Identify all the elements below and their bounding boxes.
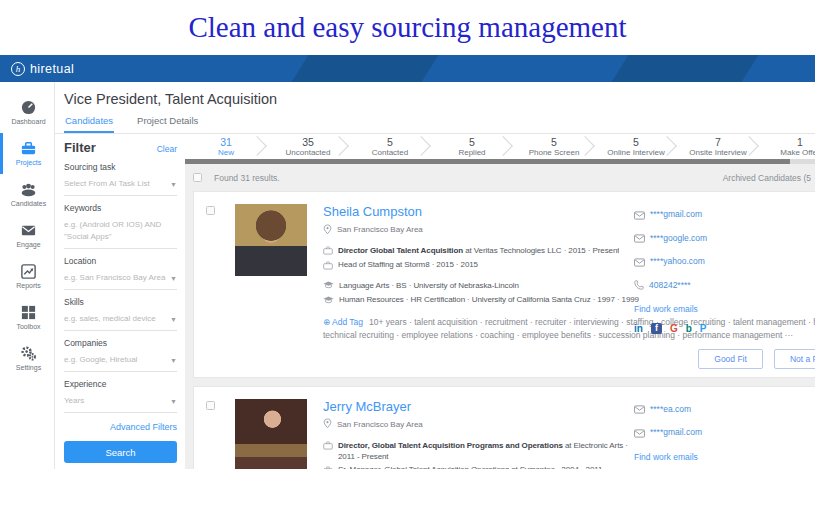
stage-count: 1 — [759, 136, 815, 148]
sidebar-item-toolbox[interactable]: Toolbox — [0, 297, 54, 338]
location-select[interactable]: e.g. San Francisco Bay Area ▼ — [64, 266, 177, 290]
chevron-down-icon: ▼ — [170, 275, 177, 282]
tab-candidates[interactable]: Candidates — [64, 111, 114, 133]
stage-count: 5 — [349, 136, 431, 148]
headline-text: Clean and easy sourcing management — [188, 11, 626, 44]
linkedin-icon[interactable]: in — [634, 324, 643, 334]
sourcing-task-select[interactable]: Select From AI Task List ▼ — [64, 172, 177, 196]
skills-select[interactable]: e.g. sales, medical device ▼ — [64, 307, 177, 331]
found-results-text: Found 31 results. — [214, 173, 280, 183]
education-line: Human Resources · HR Certification · Uni… — [339, 295, 639, 304]
email-link[interactable]: ****ea.com — [650, 404, 691, 414]
stage-label: Online Interview — [595, 148, 677, 157]
chevron-down-icon: ▼ — [170, 398, 177, 405]
stage-count: 31 — [185, 136, 267, 148]
pipeline-stage-replied[interactable]: 5 Replied — [431, 134, 513, 159]
envelope-icon — [634, 229, 645, 247]
stage-label: Make Offer — [759, 148, 815, 157]
location-pin-icon — [323, 418, 332, 431]
brand-name: hiretual — [30, 62, 74, 76]
companies-select[interactable]: e.g. Google, Hiretual ▼ — [64, 348, 177, 372]
sidebar-item-reports[interactable]: Reports — [0, 256, 54, 297]
pipeline-stage-phone-screen[interactable]: 5 Phone Screen — [513, 134, 595, 159]
envelope-icon — [20, 222, 37, 239]
email-link[interactable]: ****gmail.com — [650, 209, 702, 219]
google-icon[interactable]: G — [670, 324, 678, 334]
email-link[interactable]: ****gmail.com — [650, 427, 702, 437]
sidebar-item-label: Projects — [16, 159, 41, 166]
search-button[interactable]: Search — [64, 441, 177, 463]
find-work-emails-link[interactable]: Find work emails — [634, 304, 815, 314]
briefcase-icon — [323, 441, 333, 452]
hiretual-logo[interactable]: h hiretual — [11, 62, 74, 76]
pipeline-stage-contacted[interactable]: 5 Contacted — [349, 134, 431, 159]
stage-label: Contacted — [349, 148, 431, 157]
stage-label: Phone Screen — [513, 148, 595, 157]
stage-count: 5 — [431, 136, 513, 148]
filter-field-companies: Companies e.g. Google, Hiretual ▼ — [64, 338, 177, 372]
facebook-icon[interactable]: f — [651, 323, 662, 334]
sidebar-item-label: Engage — [16, 241, 40, 248]
advanced-filters-link[interactable]: Advanced Filters — [110, 422, 177, 432]
location-pin-icon — [323, 224, 332, 237]
select-all-checkbox[interactable] — [193, 173, 202, 182]
pipeline-stage-onsite-interview[interactable]: 7 Onsite Interview — [677, 134, 759, 159]
contact-info: ****gmail.com ****google.com ****yahoo.c… — [634, 205, 815, 334]
chevron-down-icon: ▼ — [170, 316, 177, 323]
select-placeholder: e.g. Google, Hiretual — [64, 354, 137, 366]
results-header: Found 31 results. Archived Candidates (5 — [185, 164, 815, 191]
field-label: Sourcing task — [64, 162, 177, 172]
select-placeholder: Select From AI Task List — [64, 178, 150, 190]
envelope-icon — [634, 253, 645, 271]
email-link[interactable]: ****google.com — [650, 233, 707, 243]
find-work-emails-link[interactable]: Find work emails — [634, 452, 815, 462]
phone-link[interactable]: 408242**** — [649, 280, 691, 290]
experience-select[interactable]: Years ▼ — [64, 389, 177, 413]
filter-field-sourcing-task: Sourcing task Select From AI Task List ▼ — [64, 162, 177, 196]
clear-filters-link[interactable]: Clear — [157, 144, 177, 154]
not-a-fit-button[interactable]: Not a Fit — [774, 349, 815, 369]
candidate-card: Sheila Cumpston San Francisco Bay Area — [193, 191, 815, 378]
candidate-photo[interactable] — [235, 399, 307, 470]
good-fit-button[interactable]: Good Fit — [698, 349, 763, 369]
select-placeholder: e.g. sales, medical device — [64, 313, 156, 325]
email-link[interactable]: ****yahoo.com — [650, 256, 705, 266]
pipeline-stage-new[interactable]: 31 New — [185, 134, 267, 159]
sidebar-item-candidates[interactable]: Candidates — [0, 174, 54, 215]
graduation-cap-icon — [323, 281, 334, 292]
sidebar-item-engage[interactable]: Engage — [0, 215, 54, 256]
pipeline-stage-make-offer[interactable]: 1 Make Offer — [759, 134, 815, 159]
chevron-down-icon: ▼ — [170, 357, 177, 364]
candidate-card: Jerry McBrayer San Francisco Bay Area — [193, 386, 815, 470]
results-area: 31 New 35 Uncontacted 5 Contacted 5 — [185, 134, 815, 469]
work-experience-line: Sr. Manager, Global Talent Acquisition O… — [338, 465, 602, 469]
pipeline-stage-uncontacted[interactable]: 35 Uncontacted — [267, 134, 349, 159]
candidate-checkbox[interactable] — [206, 401, 215, 410]
phone-icon — [634, 276, 644, 294]
envelope-icon — [634, 400, 645, 418]
sidebar-item-label: Dashboard — [11, 118, 45, 125]
candidate-checkbox[interactable] — [206, 206, 215, 215]
filter-field-experience: Experience Years ▼ — [64, 379, 177, 413]
tab-project-details[interactable]: Project Details — [136, 111, 199, 133]
education-line: Language Arts · BS · University of Nebra… — [339, 281, 519, 290]
sidebar-item-dashboard[interactable]: Dashboard — [0, 92, 54, 133]
input-placeholder: e.g. (Android OR IOS) AND "Social Apps" — [64, 219, 177, 243]
pipeline-stage-online-interview[interactable]: 5 Online Interview — [595, 134, 677, 159]
chevron-down-icon: ▼ — [170, 181, 177, 188]
sidebar-item-projects[interactable]: Projects — [0, 133, 54, 174]
keywords-input[interactable]: e.g. (Android OR IOS) AND "Social Apps" — [64, 213, 177, 249]
envelope-icon — [634, 424, 645, 442]
p-social-icon[interactable]: P — [700, 324, 707, 334]
stage-count: 7 — [677, 136, 759, 148]
hiretual-app-window: h hiretual Dashboard Projects — [0, 55, 815, 469]
sidebar: Dashboard Projects Candidates Engage — [0, 82, 55, 469]
sidebar-item-settings[interactable]: Settings — [0, 338, 54, 379]
add-tag-button[interactable]: ⊕ Add Tag — [323, 317, 363, 327]
candidate-photo[interactable] — [235, 204, 307, 276]
work-experience-line: Director, Global Talent Acquisition Prog… — [338, 440, 644, 462]
bing-icon[interactable]: b — [686, 324, 692, 334]
field-label: Location — [64, 256, 177, 266]
filter-title: Filter — [64, 140, 96, 155]
archived-candidates-link[interactable]: Archived Candidates (5 — [723, 173, 811, 183]
